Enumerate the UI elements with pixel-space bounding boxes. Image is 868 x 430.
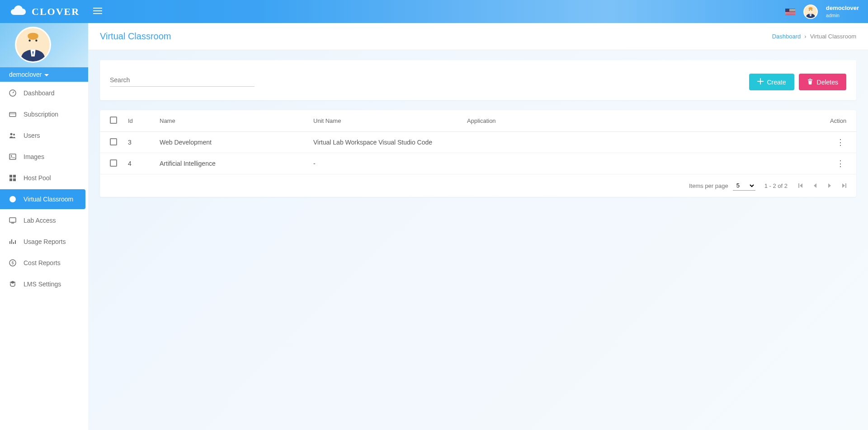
svg-point-10 [10,133,13,136]
cell-id: 3 [123,132,154,153]
logo: CLOVER [9,5,80,19]
cell-name: Artificial Intelligence [154,153,308,174]
svg-point-20 [10,197,12,199]
header-user-role: admin [826,12,859,19]
cell-name: Web Development [154,132,308,153]
sidebar-item-hostpool[interactable]: Host Pool [0,168,85,188]
page-title: Virtual Classroom [100,31,171,42]
create-button[interactable]: Create [749,74,794,90]
plus-icon [757,78,764,86]
lab-icon [8,216,17,225]
col-header-unit: Unit Name [308,110,462,132]
svg-rect-12 [9,154,16,159]
sidebar-item-lms[interactable]: LMS Settings [0,274,85,294]
brand-name: CLOVER [32,6,80,18]
toolbar-card: Create Deletes [100,60,856,100]
pagination: Items per page 5 1 - 2 of 2 [100,174,856,197]
chevron-right-icon: › [804,33,806,40]
header-avatar[interactable] [803,5,818,19]
cell-unit: Virtual Lab Workspace Visual Studio Code [308,132,462,153]
svg-point-2 [809,9,810,10]
cell-id: 4 [123,153,154,174]
svg-point-6 [28,40,30,42]
table-card: Id Name Unit Name Application Action 3We… [100,110,856,197]
toolbar: Create Deletes [100,60,856,100]
lms-icon [8,280,17,289]
items-per-page-label: Items per page [689,182,728,189]
sidebar-user-dropdown[interactable]: democlover [0,67,88,82]
sidebar-item-usage[interactable]: Usage Reports [0,232,85,252]
select-all-checkbox[interactable] [110,117,117,124]
table-row: 3Web DevelopmentVirtual Lab Workspace Vi… [100,132,856,153]
sidebar-item-label: Virtual Classroom [24,196,73,203]
last-page-button[interactable] [840,182,848,190]
sidebar-item-label: Cost Reports [24,259,61,266]
svg-rect-14 [9,175,12,178]
breadcrumb-current: Virtual Classroom [810,33,856,40]
row-checkbox[interactable] [110,138,117,145]
sidebar: democlover DashboardSubscriptionUsersIma… [0,23,88,430]
sidebar-item-users[interactable]: Users [0,126,85,145]
svg-point-7 [35,40,37,42]
prev-page-button[interactable] [811,182,819,190]
sidebar-nav: DashboardSubscriptionUsersImagesHost Poo… [0,83,88,294]
usage-icon [8,237,17,246]
page-size-select[interactable]: 5 [733,181,755,191]
svg-point-19 [12,198,14,200]
sidebar-item-label: Images [24,153,44,160]
svg-text:$: $ [11,261,14,265]
breadcrumb: Dashboard › Virtual Classroom [772,33,856,40]
sidebar-item-label: Usage Reports [24,238,66,245]
header-right: democlover admin [785,5,859,19]
header-user-info[interactable]: democlover admin [826,5,859,19]
sidebar-item-lab[interactable]: Lab Access [0,210,85,230]
sidebar-profile: democlover [0,23,88,82]
col-header-id: Id [123,110,154,132]
sidebar-item-label: Users [24,132,40,139]
users-icon [8,131,17,140]
cloud-logo-icon [9,5,27,19]
svg-point-22 [12,201,14,202]
menu-toggle-icon[interactable] [93,8,102,16]
table-row: 4Artificial Intelligence-⋮ [100,153,856,174]
next-page-button[interactable] [826,182,834,190]
sidebar-user-label: democlover [9,71,42,78]
svg-rect-15 [13,175,16,178]
sidebar-item-subscription[interactable]: Subscription [0,104,85,124]
deletes-button[interactable]: Deletes [799,74,846,90]
sidebar-item-cost[interactable]: $Cost Reports [0,253,85,273]
first-page-button[interactable] [797,182,805,190]
sidebar-item-label: Host Pool [24,174,51,182]
sidebar-item-classroom[interactable]: Virtual Classroom [0,189,85,209]
page-header: Virtual Classroom Dashboard › Virtual Cl… [88,23,868,50]
cell-application [462,153,825,174]
sidebar-item-label: LMS Settings [24,280,61,288]
breadcrumb-dashboard-link[interactable]: Dashboard [772,33,801,40]
search-input[interactable] [110,74,255,87]
col-header-action: Action [825,110,856,132]
main-content: Virtual Classroom Dashboard › Virtual Cl… [88,23,868,430]
svg-rect-23 [9,218,16,222]
row-action-menu-icon[interactable]: ⋮ [836,138,844,147]
sidebar-item-dashboard[interactable]: Dashboard [0,83,85,103]
cost-icon: $ [8,258,17,267]
pagination-range: 1 - 2 of 2 [764,182,788,189]
chevron-down-icon [44,71,49,78]
sidebar-item-label: Subscription [24,111,58,118]
cell-application [462,132,825,153]
col-header-name: Name [154,110,308,132]
subscription-icon [8,110,17,119]
hostpool-icon [8,173,17,182]
svg-rect-9 [9,112,16,117]
classroom-icon [8,195,17,204]
row-action-menu-icon[interactable]: ⋮ [836,159,844,168]
row-checkbox[interactable] [110,159,117,167]
locale-flag-icon[interactable] [785,9,795,15]
svg-point-13 [11,155,12,157]
svg-rect-16 [9,178,12,181]
svg-point-3 [811,9,812,10]
cell-unit: - [308,153,462,174]
sidebar-item-images[interactable]: Images [0,147,85,167]
sidebar-item-label: Lab Access [24,217,56,224]
trash-icon [807,78,813,86]
